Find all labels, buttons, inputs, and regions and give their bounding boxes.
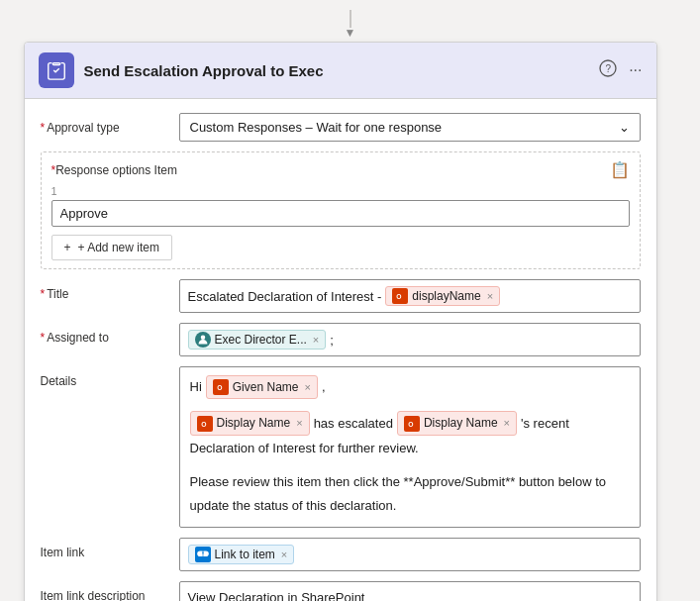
paragraph-gap-2 [190,461,630,471]
add-item-button[interactable]: + + Add new item [51,235,172,260]
assigned-to-row: *Assigned to Exec Director E... × ; [41,323,641,356]
item-link-field[interactable]: Link to item × [179,538,641,571]
assigned-to-label: *Assigned to [41,323,179,345]
card-title: Send Escalation Approval to Exec [84,62,324,79]
svg-text:O: O [217,384,222,391]
paragraph-gap-1 [190,401,630,411]
title-token-close[interactable]: × [487,290,493,302]
link-token-close[interactable]: × [281,549,287,560]
assigned-to-field[interactable]: Exec Director E... × ; [179,323,641,356]
link-to-item-token[interactable]: Link to item × [188,545,295,564]
dropdown-arrow-icon: ⌄ [619,120,630,135]
item-link-description-field[interactable]: View Declaration in SharePoint [179,581,641,601]
approval-type-dropdown[interactable]: Custom Responses – Wait for one response… [179,113,641,142]
title-prefix: Escalated Declaration of Interest - [188,289,382,304]
response-options-label: *Response options Item [51,163,177,177]
display-name-token-1[interactable]: O Display Name × [190,411,310,435]
display-name-1-close[interactable]: × [296,414,302,433]
title-label: *Title [41,279,179,301]
approval-type-control: Custom Responses – Wait for one response… [179,113,641,142]
details-line-2: O Display Name × has escalated O Displa [190,411,630,435]
response-item-number: 1 [51,185,630,197]
header-left: Send Escalation Approval to Exec [39,52,324,88]
approval-icon [46,59,67,81]
item-link-row: Item link Link to item × [41,538,641,571]
item-link-description-value: View Declaration in SharePoint [188,590,365,601]
office-icon: O [392,288,408,304]
details-please: Please review this item then click the *… [190,471,607,493]
title-row: *Title Escalated Declaration of Interest… [41,279,641,313]
more-options-icon[interactable]: ··· [629,61,642,79]
office-icon-2: O [213,379,229,395]
given-name-token[interactable]: O Given Name × [206,375,318,399]
assigned-to-control: Exec Director E... × ; [179,323,641,356]
card-icon [39,52,74,88]
svg-point-4 [200,336,205,341]
svg-text:?: ? [606,63,612,74]
link-icon [195,547,211,562]
display-name-2-close[interactable]: × [504,414,510,433]
details-label: Details [41,366,179,388]
semicolon-separator: ; [330,333,334,348]
details-hi: Hi [190,376,202,398]
details-control: Hi O Given Name × , [179,366,641,528]
item-link-control: Link to item × [179,538,641,571]
svg-text:O: O [397,293,402,300]
office-icon-4: O [404,416,420,432]
copy-icon[interactable]: 📋 [610,160,630,179]
card-header: Send Escalation Approval to Exec ? ··· [25,43,656,99]
office-icon-3: O [197,416,213,432]
details-line-5: update the status of this declaration. [190,495,630,517]
plus-icon: + [64,241,71,254]
connector-arrow: ▼ [24,26,677,40]
details-update: update the status of this declaration. [190,495,397,517]
assigned-to-token-close[interactable]: × [313,334,319,346]
person-icon [195,332,211,348]
details-has-escalated: has escalated [314,413,393,435]
given-name-token-close[interactable]: × [304,378,310,397]
details-line-4: Please review this item then click the *… [190,471,630,493]
item-link-description-control: View Declaration in SharePoint [179,581,641,601]
item-link-description-row: Item link description View Declaration i… [41,581,641,601]
approval-type-label: *Approval type [41,113,179,135]
response-options-box: *Response options Item 📋 1 + + Add new i… [41,151,641,269]
item-link-description-label: Item link description [41,581,179,601]
approval-type-row: *Approval type Custom Responses – Wait f… [41,113,641,142]
escalation-approval-card: Send Escalation Approval to Exec ? ··· *… [24,42,657,601]
help-icon[interactable]: ? [599,59,617,81]
card-body: *Approval type Custom Responses – Wait f… [25,99,656,601]
item-link-label: Item link [41,538,179,559]
exec-director-token[interactable]: Exec Director E... × [188,330,327,350]
details-field[interactable]: Hi O Given Name × , [179,366,641,528]
details-line-1: Hi O Given Name × , [190,375,630,399]
svg-text:O: O [201,421,206,428]
details-row: Details Hi O Given Name × [41,366,641,528]
details-comma: , [322,376,326,398]
details-line-3: Declaration of Interest for further revi… [190,438,630,459]
response-item-input[interactable] [51,200,630,227]
svg-text:O: O [408,421,413,428]
display-name-token-2[interactable]: O Display Name × [397,411,517,435]
response-options-header: *Response options Item 📋 [51,160,630,179]
title-field[interactable]: Escalated Declaration of Interest - O di… [179,279,641,313]
title-displayname-token[interactable]: O displayName × [385,286,500,306]
title-control: Escalated Declaration of Interest - O di… [179,279,641,313]
header-right: ? ··· [599,59,642,81]
details-recent: 's recent [521,413,569,435]
details-declaration: Declaration of Interest for further revi… [190,438,419,459]
